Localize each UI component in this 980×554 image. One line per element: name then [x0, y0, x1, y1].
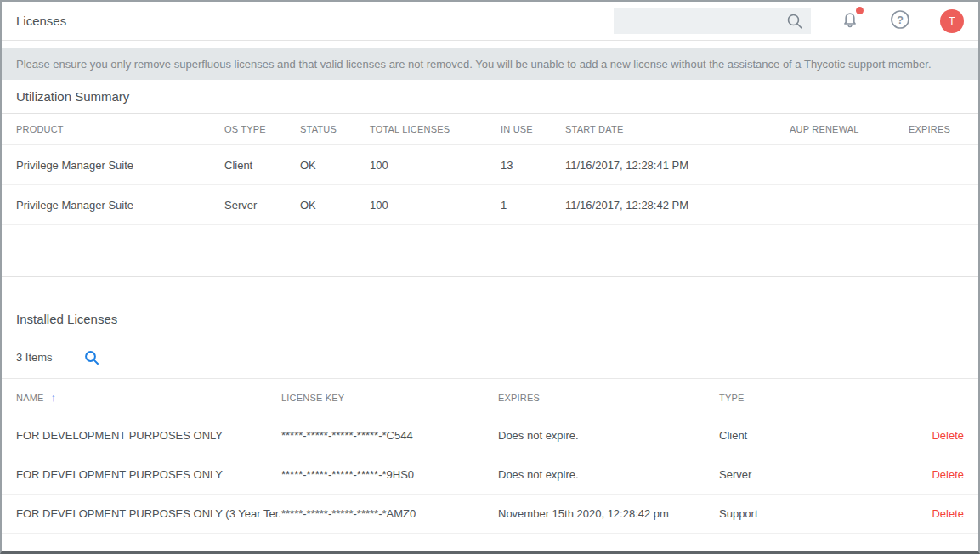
- svg-text:?: ?: [897, 14, 904, 26]
- search-icon[interactable]: [785, 12, 804, 34]
- column-header-os-type: OS TYPE: [224, 124, 300, 134]
- help-button[interactable]: ?: [889, 8, 911, 33]
- top-bar: Licenses: [2, 2, 978, 41]
- cell-product: Privilege Manager Suite: [16, 199, 224, 212]
- cell-start-date: 11/16/2017, 12:28:42 PM: [565, 199, 790, 212]
- cell-name: FOR DEVELOPMENT PURPOSES ONLY: [16, 468, 281, 481]
- delete-button[interactable]: Delete: [904, 468, 964, 481]
- column-header-start-date: START DATE: [565, 124, 790, 134]
- warning-banner: Please ensure you only remove superfluou…: [2, 48, 978, 80]
- cell-name: FOR DEVELOPMENT PURPOSES ONLY (3 Year Te…: [16, 507, 281, 520]
- cell-expires: November 15th 2020, 12:28:42 pm: [498, 507, 719, 520]
- cell-type: Server: [719, 468, 904, 481]
- utilization-summary-title: Utilization Summary: [2, 80, 978, 114]
- installed-licenses-section: Installed Licenses 3 Items NAME↑ LICENSE…: [2, 302, 978, 534]
- user-avatar[interactable]: T: [940, 9, 964, 33]
- utilization-table-header: PRODUCT OS TYPE STATUS TOTAL LICENSES IN…: [2, 114, 978, 145]
- utilization-table-footer: [2, 225, 978, 277]
- column-header-expires: EXPIRES: [909, 124, 964, 134]
- cell-os-type: Client: [224, 159, 300, 172]
- column-header-type[interactable]: TYPE: [719, 393, 904, 403]
- cell-product: Privilege Manager Suite: [16, 159, 224, 172]
- table-row: FOR DEVELOPMENT PURPOSES ONLY *****-****…: [2, 455, 978, 495]
- cell-license-key: *****-*****-*****-*****-*AMZ0: [281, 507, 498, 520]
- column-header-name[interactable]: NAME↑: [16, 391, 281, 404]
- sort-ascending-icon: ↑: [51, 391, 57, 404]
- column-header-expires[interactable]: EXPIRES: [498, 393, 719, 403]
- column-header-total-licenses: TOTAL LICENSES: [370, 124, 501, 134]
- avatar-initial: T: [949, 15, 955, 27]
- cell-license-key: *****-*****-*****-*****-*C544: [281, 429, 498, 442]
- column-header-aup-renewal: AUP RENEWAL: [790, 124, 909, 134]
- cell-in-use: 1: [501, 199, 565, 212]
- items-count: 3 Items: [16, 351, 53, 364]
- delete-button[interactable]: Delete: [904, 507, 964, 520]
- cell-start-date: 11/16/2017, 12:28:41 PM: [565, 159, 790, 172]
- installed-table-header: NAME↑ LICENSE KEY EXPIRES TYPE: [2, 379, 978, 416]
- table-row: Privilege Manager Suite Server OK 100 1 …: [2, 185, 978, 225]
- cell-total-licenses: 100: [370, 199, 501, 212]
- warning-banner-text: Please ensure you only remove superfluou…: [16, 58, 932, 71]
- cell-license-key: *****-*****-*****-*****-*9HS0: [281, 468, 498, 481]
- cell-status: OK: [300, 159, 370, 172]
- global-search: [614, 8, 811, 34]
- licenses-page: Licenses: [0, 0, 980, 554]
- cell-total-licenses: 100: [370, 159, 501, 172]
- search-input[interactable]: [614, 8, 811, 34]
- section-gap: [2, 277, 978, 302]
- cell-type: Support: [719, 507, 904, 520]
- column-header-license-key[interactable]: LICENSE KEY: [281, 393, 498, 403]
- cell-expires: Does not expire.: [498, 468, 719, 481]
- grid-toolbar: 3 Items: [2, 336, 978, 379]
- grid-search-icon[interactable]: [83, 349, 100, 366]
- table-row: FOR DEVELOPMENT PURPOSES ONLY *****-****…: [2, 416, 978, 455]
- column-header-in-use: IN USE: [501, 124, 565, 134]
- table-row: Privilege Manager Suite Client OK 100 13…: [2, 145, 978, 185]
- installed-licenses-title: Installed Licenses: [2, 302, 978, 336]
- cell-expires: Does not expire.: [498, 429, 719, 442]
- notification-dot: [856, 7, 864, 14]
- cell-os-type: Server: [224, 199, 300, 212]
- column-header-product: PRODUCT: [16, 124, 224, 134]
- column-header-name-label: NAME: [16, 393, 44, 403]
- page-title: Licenses: [16, 14, 66, 28]
- cell-status: OK: [300, 199, 370, 212]
- cell-in-use: 13: [501, 159, 565, 172]
- delete-button[interactable]: Delete: [904, 429, 964, 442]
- cell-name: FOR DEVELOPMENT PURPOSES ONLY: [16, 429, 281, 442]
- cell-type: Client: [719, 429, 904, 442]
- column-header-status: STATUS: [300, 124, 370, 134]
- help-icon: ?: [889, 8, 911, 33]
- utilization-summary-section: Utilization Summary PRODUCT OS TYPE STAT…: [2, 80, 978, 277]
- table-row: FOR DEVELOPMENT PURPOSES ONLY (3 Year Te…: [2, 495, 978, 534]
- notifications-button[interactable]: [840, 9, 860, 32]
- top-bar-actions: ? T: [614, 8, 964, 34]
